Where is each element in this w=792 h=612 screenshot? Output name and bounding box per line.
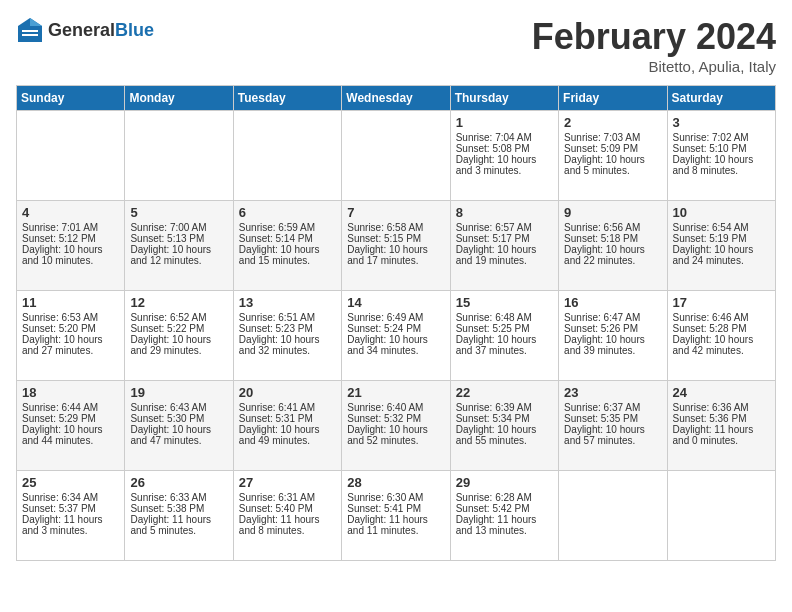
day-number: 2 xyxy=(564,115,661,130)
calendar-cell: 9 Sunrise: 6:56 AM Sunset: 5:18 PM Dayli… xyxy=(559,201,667,291)
sunset-text: Sunset: 5:12 PM xyxy=(22,233,96,244)
sunset-text: Sunset: 5:17 PM xyxy=(456,233,530,244)
page-header: GeneralBlue February 2024 Bitetto, Apuli… xyxy=(16,16,776,75)
sunset-text: Sunset: 5:29 PM xyxy=(22,413,96,424)
weekday-header-tuesday: Tuesday xyxy=(233,86,341,111)
logo-text: GeneralBlue xyxy=(48,20,154,41)
calendar-cell: 21 Sunrise: 6:40 AM Sunset: 5:32 PM Dayl… xyxy=(342,381,450,471)
sunrise-text: Sunrise: 6:31 AM xyxy=(239,492,315,503)
day-number: 5 xyxy=(130,205,227,220)
day-number: 25 xyxy=(22,475,119,490)
daylight-text: Daylight: 10 hours and 32 minutes. xyxy=(239,334,320,356)
sunset-text: Sunset: 5:32 PM xyxy=(347,413,421,424)
daylight-text: Daylight: 10 hours and 12 minutes. xyxy=(130,244,211,266)
weekday-header-saturday: Saturday xyxy=(667,86,775,111)
sunrise-text: Sunrise: 6:37 AM xyxy=(564,402,640,413)
daylight-text: Daylight: 10 hours and 19 minutes. xyxy=(456,244,537,266)
weekday-header-wednesday: Wednesday xyxy=(342,86,450,111)
day-number: 7 xyxy=(347,205,444,220)
daylight-text: Daylight: 10 hours and 47 minutes. xyxy=(130,424,211,446)
logo-icon xyxy=(16,16,44,44)
sunset-text: Sunset: 5:20 PM xyxy=(22,323,96,334)
daylight-text: Daylight: 11 hours and 3 minutes. xyxy=(22,514,103,536)
sunrise-text: Sunrise: 6:47 AM xyxy=(564,312,640,323)
sunset-text: Sunset: 5:19 PM xyxy=(673,233,747,244)
sunset-text: Sunset: 5:18 PM xyxy=(564,233,638,244)
daylight-text: Daylight: 10 hours and 10 minutes. xyxy=(22,244,103,266)
svg-rect-2 xyxy=(22,30,38,32)
sunset-text: Sunset: 5:37 PM xyxy=(22,503,96,514)
sunrise-text: Sunrise: 6:53 AM xyxy=(22,312,98,323)
day-number: 18 xyxy=(22,385,119,400)
calendar-cell: 4 Sunrise: 7:01 AM Sunset: 5:12 PM Dayli… xyxy=(17,201,125,291)
sunrise-text: Sunrise: 6:39 AM xyxy=(456,402,532,413)
day-number: 20 xyxy=(239,385,336,400)
day-number: 23 xyxy=(564,385,661,400)
day-number: 1 xyxy=(456,115,553,130)
sunset-text: Sunset: 5:38 PM xyxy=(130,503,204,514)
sunrise-text: Sunrise: 6:36 AM xyxy=(673,402,749,413)
day-number: 15 xyxy=(456,295,553,310)
logo-blue: Blue xyxy=(115,20,154,40)
calendar-cell: 25 Sunrise: 6:34 AM Sunset: 5:37 PM Dayl… xyxy=(17,471,125,561)
daylight-text: Daylight: 10 hours and 44 minutes. xyxy=(22,424,103,446)
sunrise-text: Sunrise: 6:54 AM xyxy=(673,222,749,233)
daylight-text: Daylight: 10 hours and 8 minutes. xyxy=(673,154,754,176)
day-number: 29 xyxy=(456,475,553,490)
calendar-cell: 10 Sunrise: 6:54 AM Sunset: 5:19 PM Dayl… xyxy=(667,201,775,291)
day-number: 14 xyxy=(347,295,444,310)
weekday-header-friday: Friday xyxy=(559,86,667,111)
sunset-text: Sunset: 5:41 PM xyxy=(347,503,421,514)
sunset-text: Sunset: 5:42 PM xyxy=(456,503,530,514)
daylight-text: Daylight: 10 hours and 3 minutes. xyxy=(456,154,537,176)
sunrise-text: Sunrise: 7:03 AM xyxy=(564,132,640,143)
daylight-text: Daylight: 10 hours and 5 minutes. xyxy=(564,154,645,176)
sunset-text: Sunset: 5:35 PM xyxy=(564,413,638,424)
sunrise-text: Sunrise: 6:57 AM xyxy=(456,222,532,233)
day-number: 24 xyxy=(673,385,770,400)
day-number: 16 xyxy=(564,295,661,310)
calendar-cell: 29 Sunrise: 6:28 AM Sunset: 5:42 PM Dayl… xyxy=(450,471,558,561)
sunset-text: Sunset: 5:24 PM xyxy=(347,323,421,334)
weekday-header-row: SundayMondayTuesdayWednesdayThursdayFrid… xyxy=(17,86,776,111)
sunset-text: Sunset: 5:14 PM xyxy=(239,233,313,244)
daylight-text: Daylight: 11 hours and 0 minutes. xyxy=(673,424,754,446)
daylight-text: Daylight: 10 hours and 55 minutes. xyxy=(456,424,537,446)
sunrise-text: Sunrise: 6:49 AM xyxy=(347,312,423,323)
calendar-cell: 17 Sunrise: 6:46 AM Sunset: 5:28 PM Dayl… xyxy=(667,291,775,381)
sunset-text: Sunset: 5:23 PM xyxy=(239,323,313,334)
calendar-cell: 28 Sunrise: 6:30 AM Sunset: 5:41 PM Dayl… xyxy=(342,471,450,561)
calendar-cell: 11 Sunrise: 6:53 AM Sunset: 5:20 PM Dayl… xyxy=(17,291,125,381)
day-number: 28 xyxy=(347,475,444,490)
weekday-header-sunday: Sunday xyxy=(17,86,125,111)
sunrise-text: Sunrise: 6:33 AM xyxy=(130,492,206,503)
calendar-cell: 27 Sunrise: 6:31 AM Sunset: 5:40 PM Dayl… xyxy=(233,471,341,561)
day-number: 9 xyxy=(564,205,661,220)
sunset-text: Sunset: 5:13 PM xyxy=(130,233,204,244)
sunrise-text: Sunrise: 6:28 AM xyxy=(456,492,532,503)
sunset-text: Sunset: 5:25 PM xyxy=(456,323,530,334)
sunrise-text: Sunrise: 7:01 AM xyxy=(22,222,98,233)
day-number: 8 xyxy=(456,205,553,220)
title-block: February 2024 Bitetto, Apulia, Italy xyxy=(532,16,776,75)
calendar-cell xyxy=(125,111,233,201)
sunrise-text: Sunrise: 6:59 AM xyxy=(239,222,315,233)
calendar-week-row: 18 Sunrise: 6:44 AM Sunset: 5:29 PM Dayl… xyxy=(17,381,776,471)
sunrise-text: Sunrise: 6:58 AM xyxy=(347,222,423,233)
calendar-cell xyxy=(233,111,341,201)
day-number: 17 xyxy=(673,295,770,310)
svg-marker-1 xyxy=(30,18,42,26)
calendar-cell: 7 Sunrise: 6:58 AM Sunset: 5:15 PM Dayli… xyxy=(342,201,450,291)
calendar-cell: 14 Sunrise: 6:49 AM Sunset: 5:24 PM Dayl… xyxy=(342,291,450,381)
calendar-cell: 19 Sunrise: 6:43 AM Sunset: 5:30 PM Dayl… xyxy=(125,381,233,471)
calendar-title: February 2024 xyxy=(532,16,776,58)
calendar-cell: 23 Sunrise: 6:37 AM Sunset: 5:35 PM Dayl… xyxy=(559,381,667,471)
sunset-text: Sunset: 5:31 PM xyxy=(239,413,313,424)
calendar-cell: 12 Sunrise: 6:52 AM Sunset: 5:22 PM Dayl… xyxy=(125,291,233,381)
day-number: 10 xyxy=(673,205,770,220)
calendar-cell: 20 Sunrise: 6:41 AM Sunset: 5:31 PM Dayl… xyxy=(233,381,341,471)
daylight-text: Daylight: 10 hours and 24 minutes. xyxy=(673,244,754,266)
calendar-cell: 2 Sunrise: 7:03 AM Sunset: 5:09 PM Dayli… xyxy=(559,111,667,201)
calendar-table: SundayMondayTuesdayWednesdayThursdayFrid… xyxy=(16,85,776,561)
sunset-text: Sunset: 5:34 PM xyxy=(456,413,530,424)
